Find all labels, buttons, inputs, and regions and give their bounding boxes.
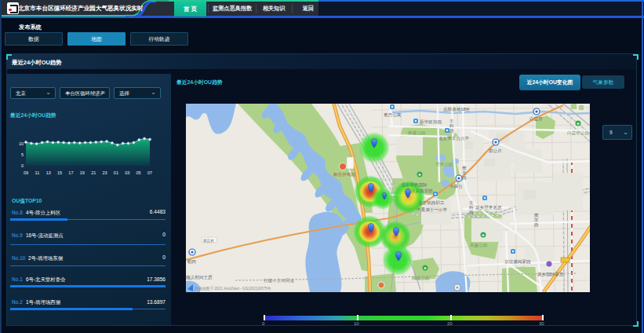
- svg-text:09: 09: [24, 170, 28, 175]
- svg-text:11: 11: [35, 170, 40, 175]
- svg-text:15: 15: [57, 170, 62, 175]
- svg-text:10: 10: [19, 141, 24, 146]
- svg-text:07: 07: [147, 170, 152, 175]
- svg-text:5: 5: [21, 152, 24, 157]
- svg-text:03: 03: [125, 170, 129, 175]
- svg-text:17: 17: [68, 170, 73, 175]
- svg-text:23: 23: [102, 170, 107, 175]
- svg-text:0: 0: [21, 163, 24, 168]
- svg-text:19: 19: [80, 170, 85, 175]
- svg-text:01: 01: [114, 170, 118, 175]
- svg-text:05: 05: [136, 170, 141, 175]
- svg-text:21: 21: [91, 170, 96, 175]
- svg-text:13: 13: [46, 170, 51, 175]
